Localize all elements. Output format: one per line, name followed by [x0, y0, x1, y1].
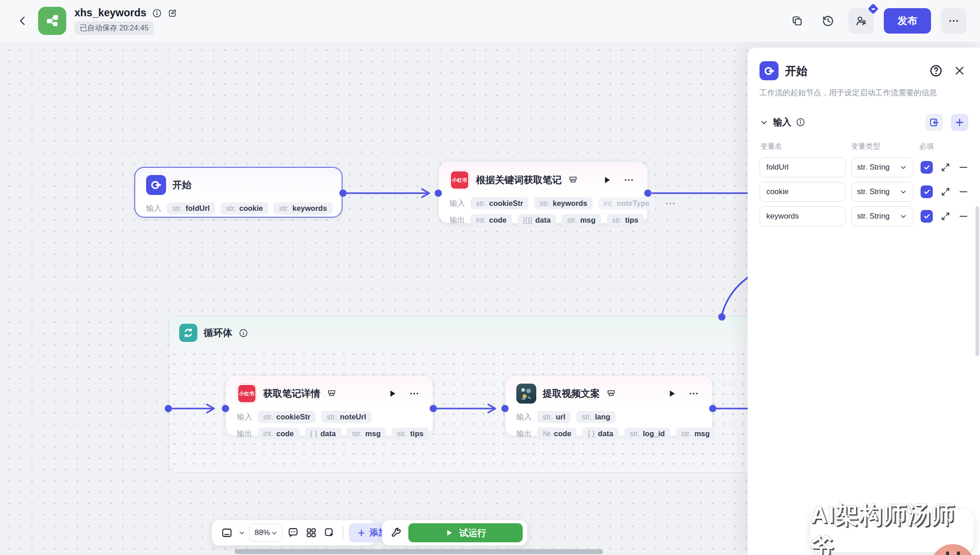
variable-name-input[interactable]: [760, 182, 846, 202]
start-node-icon: [760, 61, 779, 80]
vertical-scrollbar[interactable]: [975, 206, 979, 356]
remove-variable-button[interactable]: [959, 210, 968, 222]
remove-variable-button[interactable]: [959, 186, 968, 198]
node-start[interactable]: 开始 输入 str.foldUrl str.cookie str.keyword…: [134, 167, 343, 218]
start-node-icon: [146, 175, 166, 195]
var-pill: str.msg: [347, 428, 386, 440]
node-more-button[interactable]: [407, 386, 422, 401]
var-pill: { }data: [582, 428, 619, 440]
var-pill: str.tips: [607, 214, 644, 226]
select-mode-icon[interactable]: [322, 525, 337, 540]
column-required: 必填: [919, 142, 934, 151]
plus-icon: [357, 529, 366, 537]
more-vars-pill[interactable]: ···: [661, 197, 681, 209]
var-pill: int.code: [470, 214, 512, 226]
comment-icon[interactable]: [285, 525, 301, 540]
horizontal-scrollbar[interactable]: [235, 549, 603, 554]
node-title: 根据关键词获取笔记: [476, 174, 562, 186]
node-note-detail[interactable]: 小红书 获取笔记详情 输入 str.cookieStr str.noteUrl …: [225, 375, 433, 436]
import-variables-button[interactable]: [926, 114, 943, 131]
var-pill: str.lang: [576, 411, 616, 423]
run-node-button[interactable]: [599, 172, 615, 188]
add-variable-button[interactable]: [951, 114, 968, 131]
close-panel-button[interactable]: [951, 62, 968, 79]
var-pill: { }data: [305, 428, 342, 440]
run-node-button[interactable]: [385, 386, 400, 401]
header-more-button[interactable]: [941, 8, 966, 34]
panel-description: 工作流的起始节点，用于设定启动工作流需要的信息: [760, 88, 968, 98]
edit-title-icon[interactable]: [167, 8, 177, 18]
wrench-icon[interactable]: [388, 525, 404, 540]
help-button[interactable]: [927, 62, 945, 79]
node-extract-video[interactable]: 提取视频文案 输入 str.url str.lang 输出 №code { }d…: [505, 375, 713, 436]
loop-icon: [179, 324, 197, 342]
inputs-label: 输入: [237, 412, 252, 422]
var-pill: str.keywords: [534, 197, 593, 209]
layout-grid-icon[interactable]: [304, 525, 319, 540]
node-more-button[interactable]: [621, 172, 637, 188]
variable-type-select[interactable]: str. String: [851, 182, 913, 202]
var-pill: str.msg: [676, 428, 715, 440]
var-pill: str.foldUrl: [167, 202, 215, 214]
expand-variable-icon[interactable]: [940, 210, 951, 222]
expand-variable-icon[interactable]: [940, 186, 951, 198]
zoom-level-select[interactable]: 88%: [249, 524, 283, 542]
chevron-down-icon[interactable]: [760, 118, 769, 127]
var-pill: str.cookieStr: [258, 411, 316, 423]
node-keyword-notes[interactable]: 小红书 根据关键词获取笔记 输入 str.cookieStr str.keywo…: [438, 161, 648, 224]
collaboration-button[interactable]: [848, 8, 874, 34]
xiaohongshu-icon: 小红书: [450, 170, 470, 190]
loop-title: 循环体: [204, 326, 232, 339]
variable-name-input[interactable]: [760, 157, 846, 177]
plugin-store-icon: [568, 175, 578, 185]
outputs-label: 输出: [237, 428, 252, 439]
column-variable-type: 变量类型: [851, 142, 880, 151]
xiaohongshu-icon: 小红书: [237, 384, 257, 404]
var-pill: [{}]data: [518, 214, 556, 226]
var-pill: str.msg: [562, 214, 601, 226]
publish-button[interactable]: 发布: [884, 8, 931, 34]
premium-badge-icon: [867, 3, 878, 14]
required-checkbox[interactable]: [921, 185, 933, 198]
required-checkbox[interactable]: [921, 161, 933, 174]
required-checkbox[interactable]: [921, 210, 933, 223]
loop-header: 循环体: [169, 316, 780, 349]
run-node-button[interactable]: [664, 386, 680, 401]
variable-type-select[interactable]: str. String: [851, 157, 913, 177]
play-icon: [445, 528, 454, 537]
minimap-chevron-icon[interactable]: [237, 525, 246, 540]
inputs-label: 输入: [516, 412, 532, 422]
section-info-icon[interactable]: [796, 117, 805, 127]
loop-info-icon[interactable]: [239, 328, 248, 338]
duplicate-button[interactable]: [787, 10, 808, 31]
remove-variable-button[interactable]: [959, 161, 968, 173]
outputs-label: 输出: [516, 428, 532, 439]
run-toolbar: 试运行: [382, 520, 527, 545]
inputs-section-title: 输入: [773, 116, 791, 128]
inputs-label: 输入: [450, 198, 465, 209]
expand-variable-icon[interactable]: [940, 161, 951, 173]
var-pill: str.tips: [392, 428, 429, 440]
outputs-label: 输出: [450, 215, 465, 225]
var-pill: int.noteType: [598, 197, 655, 209]
variable-name-input[interactable]: [760, 206, 846, 226]
variable-row: str. String: [760, 182, 968, 202]
var-pill: int.code: [258, 428, 299, 440]
node-title: 开始: [172, 179, 191, 191]
variable-row: str. String: [760, 157, 968, 177]
back-button[interactable]: [14, 12, 32, 30]
workflow-logo-icon: [38, 7, 66, 35]
panel-title: 开始: [785, 63, 808, 78]
var-pill: str.noteUrl: [321, 411, 372, 423]
top-bar: xhs_keywords 已自动保存 20:24:45 发布: [0, 0, 980, 42]
test-run-button[interactable]: 试运行: [408, 523, 523, 542]
var-pill: str.url: [537, 411, 571, 423]
minimap-toggle-icon[interactable]: [219, 525, 235, 540]
variable-type-select[interactable]: str. String: [851, 206, 913, 226]
history-button[interactable]: [818, 10, 838, 31]
node-more-button[interactable]: [686, 386, 701, 401]
info-icon[interactable]: [152, 8, 162, 18]
variable-table-headers: 变量名 变量类型 必填: [760, 142, 968, 153]
plugin-store-icon: [606, 389, 616, 399]
var-pill: №code: [537, 428, 577, 440]
